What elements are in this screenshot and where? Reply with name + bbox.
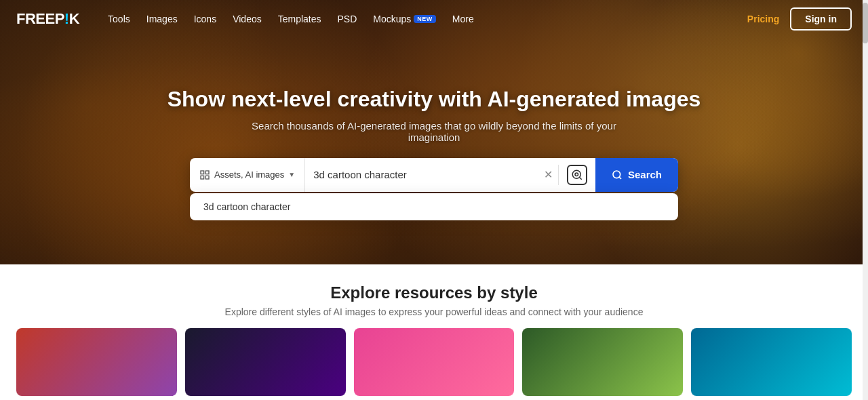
svg-line-8 — [619, 177, 621, 179]
new-badge: NEW — [414, 15, 436, 23]
hero-title: Show next-level creativity with AI-gener… — [167, 87, 701, 112]
hero-subtitle: Search thousands of AI-generated images … — [231, 120, 637, 143]
explore-subtitle: Explore different styles of AI images to… — [225, 306, 644, 317]
search-container: Assets, AI images ▼ ✕ — [190, 158, 678, 192]
visual-search-icon — [567, 165, 587, 185]
nav-videos[interactable]: Videos — [226, 9, 269, 28]
gallery-item-3[interactable] — [354, 328, 515, 396]
dropdown-item[interactable]: 3d cartoon character — [190, 193, 678, 220]
svg-rect-3 — [205, 176, 209, 179]
svg-point-4 — [572, 170, 580, 178]
search-dropdown: 3d cartoon character — [190, 193, 678, 220]
svg-rect-2 — [201, 176, 204, 179]
nav-images[interactable]: Images — [140, 9, 184, 28]
navbar: FREEP!K Tools Images Icons Videos Templa… — [0, 0, 868, 37]
svg-rect-1 — [205, 171, 209, 174]
search-icon — [612, 169, 623, 180]
chevron-down-icon: ▼ — [288, 171, 295, 178]
nav-right: Pricing Sign in — [747, 7, 852, 31]
logo-exclaim: ! — [64, 10, 69, 27]
logo[interactable]: FREEP!K — [16, 10, 79, 28]
scrollbar[interactable] — [863, 0, 868, 400]
nav-mockups[interactable]: Mockups NEW — [366, 9, 443, 28]
nav-links: Tools Images Icons Videos Templates PSD … — [101, 9, 747, 28]
nav-templates[interactable]: Templates — [271, 9, 328, 28]
hero-content: Show next-level creativity with AI-gener… — [167, 73, 701, 192]
svg-point-5 — [575, 173, 578, 176]
visual-search-button[interactable] — [559, 165, 595, 185]
svg-point-7 — [613, 171, 620, 178]
search-bar: Assets, AI images ▼ ✕ — [190, 158, 678, 192]
search-type-label: Assets, AI images — [214, 169, 284, 180]
bottom-section: Explore resources by style Explore diffe… — [0, 264, 868, 400]
clear-button[interactable]: ✕ — [538, 168, 558, 181]
gallery-item-1[interactable] — [16, 328, 177, 396]
nav-more[interactable]: More — [446, 9, 481, 28]
search-input[interactable] — [305, 169, 538, 180]
nav-psd[interactable]: PSD — [331, 9, 364, 28]
assets-icon — [199, 169, 210, 180]
gallery-item-4[interactable] — [522, 328, 683, 396]
nav-tools[interactable]: Tools — [101, 9, 137, 28]
logo-text: FREEP!K — [16, 10, 79, 28]
svg-line-6 — [579, 177, 581, 179]
gallery-item-5[interactable] — [691, 328, 852, 396]
svg-rect-0 — [201, 171, 204, 174]
nav-icons[interactable]: Icons — [187, 9, 223, 28]
search-button-label: Search — [628, 169, 662, 180]
explore-title: Explore resources by style — [330, 283, 537, 302]
search-type-button[interactable]: Assets, AI images ▼ — [190, 158, 305, 192]
gallery-row — [0, 328, 868, 396]
signin-button[interactable]: Sign in — [790, 7, 852, 31]
search-button[interactable]: Search — [595, 158, 678, 192]
gallery-item-2[interactable] — [185, 328, 346, 396]
pricing-link[interactable]: Pricing — [747, 14, 779, 24]
hero-section: FREEP!K Tools Images Icons Videos Templa… — [0, 0, 868, 264]
